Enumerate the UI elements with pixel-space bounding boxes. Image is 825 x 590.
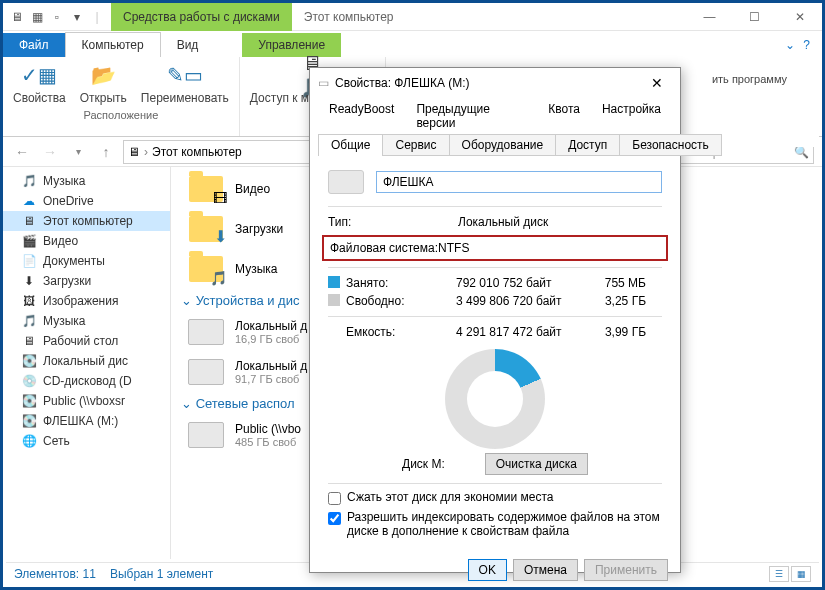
sidebar-item[interactable]: 🖼Изображения <box>3 291 170 311</box>
sidebar-item[interactable]: 📄Документы <box>3 251 170 271</box>
sidebar-item-icon: 🌐 <box>21 434 37 448</box>
pc-icon: 🖥 <box>128 145 140 159</box>
cancel-button[interactable]: Отмена <box>513 559 578 581</box>
sidebar-item[interactable]: 🎵Музыка <box>3 171 170 191</box>
sidebar-item[interactable]: 🎬Видео <box>3 231 170 251</box>
help-icon[interactable]: ? <box>803 38 810 52</box>
tab-file[interactable]: Файл <box>3 33 65 57</box>
nav-back[interactable]: ← <box>11 141 33 163</box>
sidebar-item-label: OneDrive <box>43 194 94 208</box>
filesystem-highlight: Файловая система: NTFS <box>322 235 668 261</box>
folder-icon: ⬇ <box>187 213 225 245</box>
sidebar-item[interactable]: 🖥Этот компьютер <box>3 211 170 231</box>
fs-value: NTFS <box>438 241 469 255</box>
tab-computer[interactable]: Компьютер <box>65 32 161 57</box>
close-button[interactable]: ✕ <box>777 3 822 31</box>
dialog-tab[interactable]: ReadyBoost <box>318 98 405 134</box>
view-details-icon[interactable]: ☰ <box>769 566 789 582</box>
sidebar-item-icon: 💽 <box>21 414 37 428</box>
minimize-button[interactable]: — <box>687 3 732 31</box>
nav-recent[interactable]: ▾ <box>67 141 89 163</box>
usage-pie-chart <box>445 349 545 449</box>
sidebar-item-icon: 💽 <box>21 354 37 368</box>
sidebar-item-label: Изображения <box>43 294 118 308</box>
ribbon-properties[interactable]: ✓▦ Свойства <box>13 61 66 105</box>
dialog-tab[interactable]: Настройка <box>591 98 672 134</box>
sidebar-item[interactable]: 🖥Рабочий стол <box>3 331 170 351</box>
disk-cleanup-button[interactable]: Очистка диска <box>485 453 588 475</box>
sidebar-item-label: Загрузки <box>43 274 91 288</box>
ribbon-open[interactable]: 📂 Открыть <box>80 61 127 105</box>
window-title: Этот компьютер <box>292 10 394 24</box>
index-checkbox[interactable]: Разрешить индексировать содержимое файло… <box>328 510 662 538</box>
sidebar-item[interactable]: 💽Локальный дис <box>3 351 170 371</box>
compress-label: Сжать этот диск для экономии места <box>347 490 553 504</box>
sidebar-item-label: Локальный дис <box>43 354 128 368</box>
dialog-tab[interactable]: Доступ <box>555 134 620 156</box>
sidebar-item[interactable]: 💽ФЛЕШКА (M:) <box>3 411 170 431</box>
sidebar-item[interactable]: 💽Public (\\vboxsr <box>3 391 170 411</box>
sidebar-item[interactable]: ⬇Загрузки <box>3 271 170 291</box>
sidebar-item-label: Музыка <box>43 174 85 188</box>
view-large-icon[interactable]: ▦ <box>791 566 811 582</box>
dialog-titlebar: ▭ Свойства: ФЛЕШКА (M:) ✕ <box>310 68 680 98</box>
status-count: Элементов: 11 <box>14 567 96 581</box>
disk-label: Диск M: <box>402 457 445 471</box>
free-label: Свободно: <box>346 294 456 308</box>
ribbon-remove-program[interactable]: ить программу <box>686 73 813 85</box>
apply-button[interactable]: Применить <box>584 559 668 581</box>
free-bytes: 3 499 806 720 байт <box>456 294 586 308</box>
ribbon-rename-label: Переименовать <box>141 91 229 105</box>
sidebar-item[interactable]: 💿CD-дисковод (D <box>3 371 170 391</box>
sidebar-item-label: CD-дисковод (D <box>43 374 132 388</box>
sidebar-item[interactable]: 🎵Музыка <box>3 311 170 331</box>
tab-view[interactable]: Вид <box>161 33 215 57</box>
compress-checkbox[interactable]: Сжать этот диск для экономии места <box>328 490 662 505</box>
dialog-tab[interactable]: Сервис <box>382 134 449 156</box>
dialog-tab[interactable]: Квота <box>537 98 591 134</box>
ribbon-open-label: Открыть <box>80 91 127 105</box>
sidebar-item-label: Документы <box>43 254 105 268</box>
ok-button[interactable]: OK <box>468 559 507 581</box>
qat-new-icon[interactable]: ▫ <box>49 9 65 25</box>
dialog-tab[interactable]: Общие <box>318 134 383 156</box>
qat-props-icon[interactable]: ▦ <box>29 9 45 25</box>
drive-sublabel: 16,9 ГБ своб <box>235 333 307 345</box>
sidebar-item-icon: 💿 <box>21 374 37 388</box>
sidebar-item-label: Public (\\vboxsr <box>43 394 125 408</box>
sidebar-item-icon: 🖥 <box>21 334 37 348</box>
maximize-button[interactable]: ☐ <box>732 3 777 31</box>
drive-small-icon: ▭ <box>318 76 329 90</box>
dialog-close-button[interactable]: ✕ <box>642 75 672 91</box>
dialog-tab[interactable]: Предыдущие версии <box>405 98 537 134</box>
volume-name-input[interactable] <box>376 171 662 193</box>
drive-label: Локальный д <box>235 319 307 333</box>
address-path: Этот компьютер <box>152 145 242 159</box>
dialog-tabs-row1: ОбщиеСервисОборудованиеДоступБезопасност… <box>310 134 680 156</box>
drive-label: Локальный д <box>235 359 307 373</box>
drive-icon <box>328 170 364 194</box>
drive-icon <box>187 356 225 388</box>
sidebar-item-icon: 🖥 <box>21 214 37 228</box>
sidebar-item-label: Музыка <box>43 314 85 328</box>
drive-sublabel: 485 ГБ своб <box>235 436 301 448</box>
nav-forward[interactable]: → <box>39 141 61 163</box>
ribbon-rename[interactable]: ✎▭ Переименовать <box>141 61 229 105</box>
free-human: 3,25 ГБ <box>586 294 646 308</box>
capacity-human: 3,99 ГБ <box>586 325 646 339</box>
sidebar-item-label: ФЛЕШКА (M:) <box>43 414 118 428</box>
folder-icon: 🎞 <box>187 173 225 205</box>
ribbon-group-label: Расположение <box>13 109 229 121</box>
sidebar-item[interactable]: 🌐Сеть <box>3 431 170 451</box>
dialog-tab[interactable]: Оборудование <box>449 134 557 156</box>
sidebar-item[interactable]: ☁OneDrive <box>3 191 170 211</box>
sidebar-item-icon: ☁ <box>21 194 37 208</box>
ribbon-properties-label: Свойства <box>13 91 66 105</box>
sidebar-item-icon: 📄 <box>21 254 37 268</box>
tab-manage[interactable]: Управление <box>242 33 341 57</box>
properties-dialog: ▭ Свойства: ФЛЕШКА (M:) ✕ ReadyBoostПред… <box>309 67 681 573</box>
qat-dropdown-icon[interactable]: ▾ <box>69 9 85 25</box>
ribbon-collapse-icon[interactable]: ⌄ <box>785 38 795 52</box>
nav-up[interactable]: ↑ <box>95 141 117 163</box>
dialog-tab[interactable]: Безопасность <box>619 134 722 156</box>
